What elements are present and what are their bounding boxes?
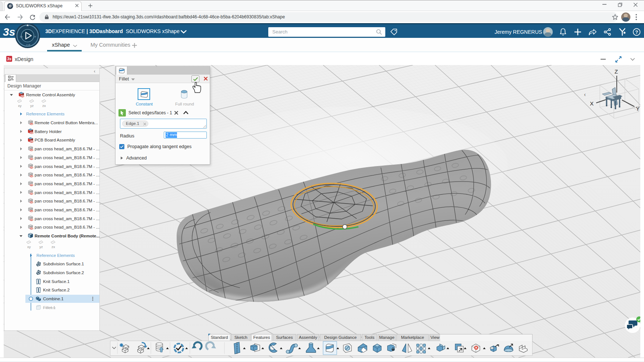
svg-text:IF: IF (34, 36, 36, 38)
svg-text:Reference Elements: Reference Elements (36, 253, 75, 258)
svg-text:yz: yz (30, 104, 34, 108)
svg-text:PCB Board Assembly: PCB Board Assembly (35, 138, 75, 142)
svg-text:pan cross head_am_B18.6.7M - .: pan cross head_am_B18.6.7M - ... (35, 199, 99, 203)
svg-text:zx: zx (52, 245, 55, 249)
svg-text:pan cross head_am_B18.6.7M - .: pan cross head_am_B18.6.7M - ... (35, 173, 99, 177)
svg-text:Y: Y (636, 105, 640, 112)
svg-text:pan cross head_am_B18.6.7M - .: pan cross head_am_B18.6.7M - ... (35, 225, 99, 229)
svg-text:xy: xy (18, 104, 22, 108)
svg-text:xy: xy (27, 245, 31, 249)
svg-text:SW: SW (30, 193, 33, 195)
svg-text:V+R: V+R (26, 44, 30, 46)
svg-text:3D: 3D (20, 36, 23, 38)
svg-text:pan cross head_am_B18.6.7M - .: pan cross head_am_B18.6.7M - ... (35, 208, 99, 212)
svg-text:Knit Surface.1: Knit Surface.1 (43, 279, 70, 284)
svg-text:SW: SW (30, 150, 33, 151)
svg-text:SW: SW (30, 176, 33, 178)
svg-text:pan cross head_am_B18.6.7M - .: pan cross head_am_B18.6.7M - ... (35, 216, 99, 221)
svg-text:SW: SW (30, 228, 33, 230)
svg-text:zx: zx (42, 104, 46, 108)
svg-text:SW: SW (30, 211, 33, 212)
svg-text:pan cross head_am_B18.6.7M - .: pan cross head_am_B18.6.7M - ... (35, 164, 99, 169)
svg-text:pan cross head_am_B18.6.7M - .: pan cross head_am_B18.6.7M - ... (35, 182, 99, 186)
svg-text:SW: SW (30, 167, 33, 169)
svg-text:SW: SW (30, 141, 33, 143)
svg-text:pan cross head_am_B18.6.7M - .: pan cross head_am_B18.6.7M - ... (35, 155, 99, 160)
svg-text:Remote Control Body (Remote...: Remote Control Body (Remote... (35, 234, 100, 238)
svg-text:Fillet.1: Fillet.1 (43, 305, 56, 310)
svg-text:Knit Surface.2: Knit Surface.2 (43, 288, 70, 292)
svg-text:SW: SW (21, 96, 24, 97)
svg-text:SW: SW (30, 202, 33, 204)
svg-text:Z: Z (615, 68, 618, 75)
svg-text:Remote Control Assembly: Remote Control Assembly (26, 93, 75, 97)
svg-text:X: X (590, 100, 594, 107)
svg-text:?: ? (635, 29, 638, 35)
svg-text:pan cross head_am_B18.6.7M - .: pan cross head_am_B18.6.7M - ... (35, 147, 99, 151)
svg-text:Subdivision Surface.2: Subdivision Surface.2 (43, 270, 84, 275)
svg-text:Reference Elements: Reference Elements (26, 112, 64, 116)
svg-text:SW: SW (30, 219, 33, 221)
svg-text:Remote Control Button Membra..: Remote Control Button Membra... (35, 121, 98, 125)
svg-text:Combine.1: Combine.1 (43, 297, 64, 301)
svg-text:SW: SW (30, 123, 33, 125)
svg-text:‹: ‹ (584, 92, 586, 97)
svg-text:Subdivision Surface.1: Subdivision Surface.1 (43, 262, 84, 266)
svg-text:pan cross head_am_B18.6.7M - .: pan cross head_am_B18.6.7M - ... (35, 190, 99, 195)
svg-text:SW: SW (30, 132, 33, 134)
svg-text:Battery Holder: Battery Holder (35, 129, 62, 134)
svg-text:SW: SW (30, 184, 33, 186)
svg-text:SW: SW (30, 158, 33, 160)
svg-text:yz: yz (39, 245, 43, 249)
